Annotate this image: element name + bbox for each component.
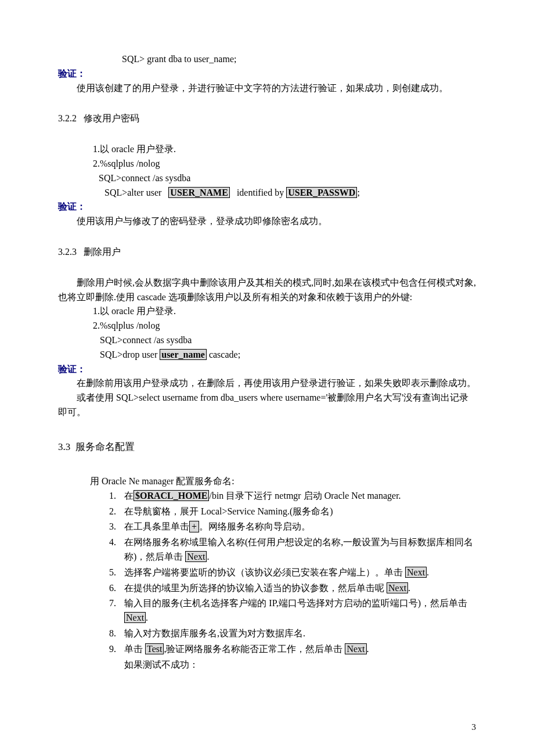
page-number: 3 — [472, 721, 477, 734]
s33-tail: 如果测试不成功： — [124, 658, 476, 672]
text: ; — [357, 188, 359, 197]
s323-step2: 2.%sqlplus /nolog — [58, 319, 476, 333]
text: 。网络服务名称向导启动。 — [199, 521, 311, 531]
text: /bin 目录下运行 netmgr 启动 Oracle Net manager. — [209, 491, 400, 501]
step-num: 6. — [103, 581, 116, 596]
list-item: 4. 在网络服务名称域里输入名称(任何用户想设定的名称,一般设置为与目标数据库相… — [103, 535, 476, 564]
text: . — [146, 613, 148, 622]
text: 在导航窗格，展开 Local>Service Naming.(服务命名) — [124, 505, 476, 519]
section-title: 删除用户 — [84, 247, 121, 257]
text: 在网络服务名称域里输入名称(任何用户想设定的名称,一般设置为与目标数据库相同名称… — [124, 537, 473, 561]
s323-step1: 1.以 oracle 用户登录. — [58, 304, 476, 319]
verify-heading-3: 验证： — [58, 362, 476, 377]
step-num: 8. — [103, 627, 116, 641]
s323-step4: SQL>drop user user_name cascade; — [58, 348, 476, 362]
text: . — [207, 552, 209, 561]
section-title: 修改用户密码 — [84, 113, 139, 123]
user-name-box: USER_NAME — [168, 187, 230, 198]
text: ,验证网络服务名称能否正常工作，然后单击 — [164, 644, 345, 654]
text: 在 — [124, 491, 134, 501]
list-item: 8. 输入对方数据库服务名,设置为对方数据库名. — [103, 627, 476, 641]
step-num: 5. — [103, 566, 116, 580]
document-page: SQL> grant dba to user_name; 验证： 使用该创建了的… — [0, 0, 534, 756]
sql-grant-line: SQL> grant dba to user_name; — [58, 52, 476, 67]
verify-heading-1: 验证： — [58, 67, 476, 81]
s322-step4: SQL>alter user USER_NAME identified by U… — [58, 186, 476, 200]
verify-text-3a: 在删除前用该用户登录成功，在删除后，再使用该用户登录进行验证，如果失败即表示删除… — [58, 376, 476, 391]
step-num: 9. — [103, 642, 116, 657]
s323-intro: 删除用户时候,会从数据字典中删除该用户及其相关的模式,同时,如果在该模式中包含任… — [58, 276, 476, 305]
next-button-box: Next — [387, 582, 408, 593]
text: SQL>alter user — [104, 188, 161, 197]
s322-step3: SQL>connect /as sysdba — [58, 171, 476, 186]
section-num: 3.3 — [58, 441, 70, 452]
step-num: 2. — [103, 505, 116, 519]
text: cascade; — [207, 350, 240, 359]
list-item: 3. 在工具条里单击+。网络服务名称向导启动。 — [103, 520, 476, 534]
list-item: 5. 选择客户端将要监听的协议（该协议必须已安装在客户端上）。单击 Next. — [103, 566, 476, 580]
list-item: 7. 输入目的服务(主机名选择客户端的 IP,端口号选择对方启动的监听端口号)，… — [103, 596, 476, 625]
oracle-home-box: $ORACL_HOME — [134, 490, 209, 501]
next-button-box: Next — [124, 612, 146, 623]
s322-step1: 1.以 oracle 用户登录. — [58, 142, 476, 157]
step-num: 1. — [103, 489, 116, 503]
user-name-box: user_name — [160, 349, 207, 360]
text: 单击 — [124, 644, 145, 654]
ordered-steps: 1. 在$ORACL_HOME/bin 目录下运行 netmgr 启动 Orac… — [103, 489, 476, 657]
test-button-box: Test — [145, 643, 164, 654]
text: . — [367, 644, 369, 654]
list-item: 1. 在$ORACL_HOME/bin 目录下运行 netmgr 启动 Orac… — [103, 489, 476, 503]
text: . — [427, 567, 429, 577]
next-button-box: Next — [405, 567, 427, 578]
step-num: 4. — [103, 535, 116, 550]
text: 输入对方数据库服务名,设置为对方数据库名. — [124, 627, 476, 641]
list-item: 2. 在导航窗格，展开 Local>Service Naming.(服务命名) — [103, 505, 476, 519]
text: 选择客户端将要监听的协议（该协议必须已安装在客户端上）。单击 — [124, 567, 405, 577]
next-button-box: Next — [345, 643, 366, 654]
section-323-heading: 3.2.3 删除用户 — [58, 245, 476, 260]
text: 输入目的服务(主机名选择客户端的 IP,端口号选择对方启动的监听端口号)，然后单… — [124, 598, 467, 608]
user-passwd-box: USER_PASSWD — [286, 187, 357, 198]
s33-intro: 用 Oracle Ne manager 配置服务命名: — [58, 474, 476, 489]
text: . — [408, 583, 410, 593]
text: 在提供的域里为所选择的协议输入适当的协议参数，然后单击呢 — [124, 583, 387, 593]
verify-heading-2: 验证： — [58, 200, 476, 214]
list-item: 6. 在提供的域里为所选择的协议输入适当的协议参数，然后单击呢 Next. — [103, 581, 476, 596]
step-num: 3. — [103, 520, 116, 534]
text: identified by — [237, 188, 284, 197]
verify-text-1: 使用该创建了的用户登录，并进行验证中文字符的方法进行验证，如果成功，则创建成功。 — [58, 81, 476, 96]
section-num: 3.2.2 — [58, 113, 77, 123]
plus-icon: + — [189, 521, 199, 532]
verify-text-3b: 或者使用 SQL>select username from dba_users … — [58, 391, 476, 420]
section-322-heading: 3.2.2 修改用户密码 — [58, 111, 476, 126]
text: 在工具条里单击 — [124, 521, 189, 531]
section-num: 3.2.3 — [58, 247, 77, 257]
step-num: 7. — [103, 596, 116, 611]
verify-text-2: 使用该用户与修改了的密码登录，登录成功即修除密名成功。 — [58, 214, 476, 229]
list-item: 9. 单击 Test,验证网络服务名称能否正常工作，然后单击 Next. — [103, 642, 476, 657]
section-title: 服务命名配置 — [75, 441, 135, 452]
section-33-heading: 3.3 服务命名配置 — [58, 440, 476, 455]
s323-step3: SQL>connect /as sysdba — [58, 333, 476, 348]
next-button-box: Next — [185, 551, 207, 562]
s322-step2: 2.%sqlplus /nolog — [58, 157, 476, 171]
text: SQL>drop user — [100, 350, 160, 359]
